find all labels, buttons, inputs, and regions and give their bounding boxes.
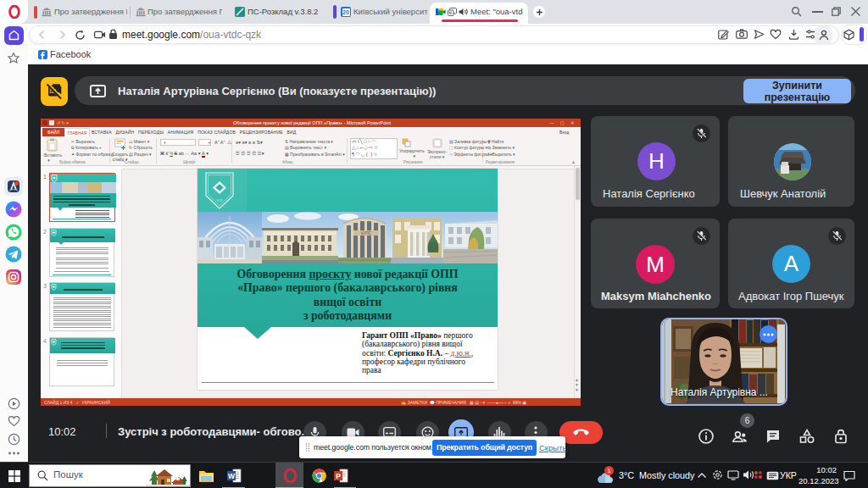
svg-text:P: P bbox=[336, 472, 341, 480]
svg-text:УСУ: УСУ bbox=[216, 199, 223, 202]
svg-text:W: W bbox=[228, 472, 236, 480]
